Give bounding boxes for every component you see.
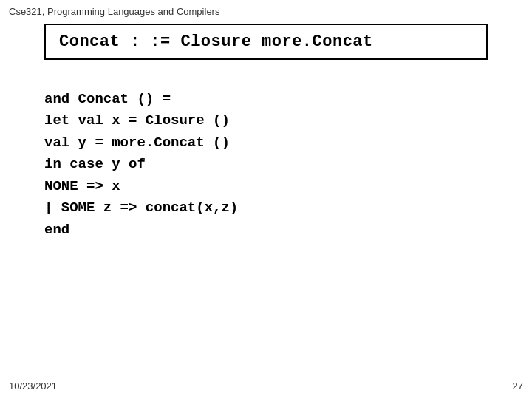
code-line-6: | SOME z => concat(x,z) bbox=[44, 197, 238, 219]
grammar-rule-text: Concat : := Closure more.Concat bbox=[59, 33, 373, 51]
code-line-3: val y = more.Concat () bbox=[44, 132, 238, 154]
slide-date: 10/23/2021 bbox=[9, 381, 57, 392]
code-line-1: and Concat () = bbox=[44, 89, 238, 110]
slide-page-number: 27 bbox=[513, 381, 523, 392]
code-line-4: in case y of bbox=[44, 154, 238, 175]
slide-header: Cse321, Programming Languages and Compil… bbox=[9, 6, 219, 17]
code-block: and Concat () = let val x = Closure () v… bbox=[44, 89, 238, 241]
code-line-5: NONE => x bbox=[44, 176, 238, 197]
grammar-rule-box: Concat : := Closure more.Concat bbox=[44, 24, 488, 60]
code-line-7: end bbox=[44, 219, 238, 241]
code-line-2: let val x = Closure () bbox=[44, 110, 238, 132]
